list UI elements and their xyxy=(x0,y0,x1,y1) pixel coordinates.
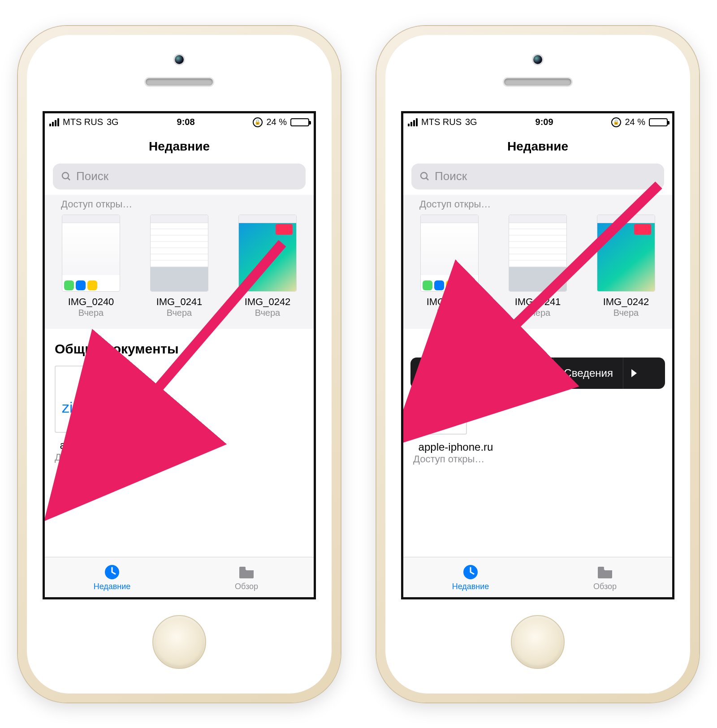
recent-item-1[interactable]: IMG_0241 Вчера xyxy=(498,215,578,318)
thumbnail-icon xyxy=(238,215,297,292)
recent-row[interactable]: IMG_0240 Вчера IMG_0241 Вчера IMG_0242 В… xyxy=(51,215,307,318)
recent-item-2[interactable]: IMG_0242 Вчера xyxy=(586,215,666,318)
search-placeholder: Поиск xyxy=(76,169,108,183)
tab-recent-label: Недавние xyxy=(452,582,489,591)
thumbnail-icon xyxy=(62,215,120,292)
tab-bar: Недавние Обзор xyxy=(45,557,314,597)
ctx-share[interactable]: Поделиться xyxy=(432,358,512,389)
folder-icon xyxy=(238,563,255,581)
battery-percent: 24 % xyxy=(266,117,287,127)
recent-strip: Доступ откры… IMG_0240 Вчера IMG_0241 Вч… xyxy=(45,195,314,329)
search-input[interactable]: Поиск xyxy=(411,164,664,190)
shared-row-label: Доступ откры… xyxy=(51,198,307,215)
tab-recent[interactable]: Недавние xyxy=(403,557,538,597)
context-menu-caret xyxy=(445,388,457,396)
thumbnail-icon xyxy=(509,215,567,292)
page-title: Недавние xyxy=(403,131,672,164)
svg-point-0 xyxy=(62,172,69,179)
file-name: IMG_0242 xyxy=(228,296,307,308)
front-camera xyxy=(175,55,184,64)
zip-file-item[interactable]: zip apple-iphone.ru xyxy=(55,366,140,452)
recent-item-1[interactable]: IMG_0241 Вчера xyxy=(139,215,219,318)
clock-icon xyxy=(462,563,479,581)
carrier-label: MTS RUS xyxy=(63,117,103,127)
zip-file-name: apple-iphone.ru xyxy=(55,439,140,452)
search-input[interactable]: Поиск xyxy=(53,164,306,190)
section-shared-docs: Общие документы xyxy=(45,329,314,366)
status-bar: MTS RUS 3G 9:08 🔒 24 % xyxy=(45,113,314,131)
file-name: IMG_0240 xyxy=(410,296,489,308)
svg-rect-3 xyxy=(239,567,246,569)
home-button[interactable] xyxy=(152,615,206,669)
file-name: IMG_0242 xyxy=(586,296,666,308)
search-placeholder: Поиск xyxy=(435,169,467,183)
iphone-device-left: MTS RUS 3G 9:08 🔒 24 % Недавние Поиск До… xyxy=(18,26,341,702)
recent-item-0[interactable]: IMG_0240 Вчера xyxy=(410,215,489,318)
earpiece-speaker xyxy=(504,78,571,86)
screen: MTS RUS 3G 9:09 🔒 24 % Недавние Поиск До… xyxy=(401,111,674,599)
zip-badge: zip xyxy=(62,399,81,416)
file-date: Вчера xyxy=(410,308,489,318)
thumbnail-icon xyxy=(150,215,208,292)
status-left: MTS RUS 3G xyxy=(49,117,119,127)
recent-item-2[interactable]: IMG_0242 Вчера xyxy=(228,215,307,318)
rotation-lock-icon: 🔒 xyxy=(611,117,621,127)
status-right: 🔒 24 % xyxy=(253,117,309,127)
zip-badge: zip xyxy=(420,401,440,418)
search-icon xyxy=(419,171,430,182)
status-right: 🔒 24 % xyxy=(611,117,668,127)
bezel: MTS RUS 3G 9:08 🔒 24 % Недавние Поиск До… xyxy=(27,35,332,694)
ctx-tags[interactable]: Теги xyxy=(512,358,554,389)
svg-point-5 xyxy=(421,172,427,179)
device-top-hardware xyxy=(385,35,690,111)
triangle-left-icon xyxy=(418,368,425,378)
tab-bar: Недавние Обзор xyxy=(403,557,672,597)
thumbnail-icon xyxy=(420,215,479,292)
tab-recent[interactable]: Недавние xyxy=(45,557,179,597)
screen: MTS RUS 3G 9:08 🔒 24 % Недавние Поиск До… xyxy=(43,111,316,599)
ctx-prev-arrow[interactable] xyxy=(410,358,432,389)
shared-row-label: Доступ откры… xyxy=(410,198,666,215)
status-left: MTS RUS 3G xyxy=(408,117,477,127)
tab-recent-label: Недавние xyxy=(94,582,131,591)
earpiece-speaker xyxy=(146,78,213,86)
search-icon xyxy=(61,171,72,182)
shared-docs-area: zip apple-iphone.ru Доступ откры… xyxy=(45,366,314,473)
iphone-device-right: MTS RUS 3G 9:09 🔒 24 % Недавние Поиск До… xyxy=(376,26,699,702)
triangle-right-icon xyxy=(631,368,638,378)
file-date: Вчера xyxy=(586,308,666,318)
recent-item-0[interactable]: IMG_0240 Вчера xyxy=(51,215,131,318)
front-camera xyxy=(533,55,542,64)
file-date: Вчера xyxy=(498,308,578,318)
tab-browse[interactable]: Обзор xyxy=(538,557,672,597)
tab-browse[interactable]: Обзор xyxy=(179,557,314,597)
folder-icon xyxy=(596,563,614,581)
ctx-info[interactable]: Сведения xyxy=(554,358,623,389)
context-menu: Поделиться Теги Сведения xyxy=(410,358,665,389)
file-date: Вчера xyxy=(139,308,219,318)
network-label: 3G xyxy=(107,117,119,127)
zip-file-subtext: Доступ откры… xyxy=(413,453,662,465)
clock: 9:09 xyxy=(536,117,553,127)
battery-icon xyxy=(290,118,309,126)
home-button[interactable] xyxy=(511,615,565,669)
zip-file-name: apple-iphone.ru xyxy=(413,441,498,454)
network-label: 3G xyxy=(465,117,477,127)
status-bar: MTS RUS 3G 9:09 🔒 24 % xyxy=(403,113,672,131)
signal-icon xyxy=(408,118,418,126)
clock: 9:08 xyxy=(177,117,195,127)
clock-icon xyxy=(103,563,121,581)
thumbnail-icon xyxy=(597,215,655,292)
recent-strip: Доступ откры… IMG_0240 Вчера IMG_0241 Вч… xyxy=(403,195,672,329)
zip-file-subtext: Доступ откры… xyxy=(55,452,304,463)
signal-icon xyxy=(49,118,59,126)
file-name: IMG_0240 xyxy=(51,296,131,308)
recent-row[interactable]: IMG_0240 Вчера IMG_0241 Вчера IMG_0242 В… xyxy=(410,215,666,318)
svg-rect-8 xyxy=(598,567,604,569)
file-date: Вчера xyxy=(51,308,131,318)
device-top-hardware xyxy=(27,35,332,111)
svg-line-6 xyxy=(426,178,428,180)
ctx-next-arrow[interactable] xyxy=(623,358,645,389)
file-date: Вчера xyxy=(228,308,307,318)
carrier-label: MTS RUS xyxy=(421,117,462,127)
